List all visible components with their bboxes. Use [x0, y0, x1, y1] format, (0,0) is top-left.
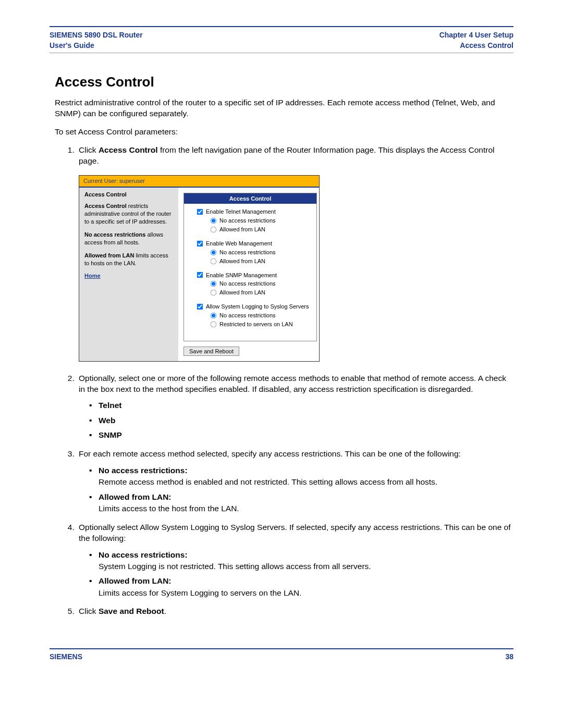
save-and-reboot-button[interactable]: Save and Reboot [183, 347, 239, 356]
page-title: Access Control [50, 74, 513, 90]
footer-page-number: 38 [505, 652, 513, 661]
page-footer: SIEMENS 38 [50, 648, 513, 661]
step-3: For each remote access method selected, … [77, 449, 513, 515]
step-2: Optionally, select one or more of the fo… [77, 373, 513, 441]
current-user-banner: Current User: superuser [79, 176, 319, 188]
enable-snmp-checkbox[interactable] [197, 272, 203, 278]
doc-title-2: User's Guide [50, 41, 143, 51]
snmp-no-restrict-radio[interactable] [211, 281, 217, 287]
sidebar-title: Access Control [84, 191, 173, 199]
syslog-lan-radio[interactable] [211, 321, 217, 327]
web-lan-radio[interactable] [211, 258, 217, 264]
snmp-lan-radio[interactable] [211, 290, 217, 296]
enable-telnet-checkbox[interactable] [197, 209, 203, 215]
home-link[interactable]: Home [84, 273, 101, 279]
web-no-restrict-radio[interactable] [211, 249, 217, 255]
chapter-label: Chapter 4 User Setup [439, 30, 513, 41]
section-label: Access Control [439, 41, 513, 51]
doc-title-1: SIEMENS 5890 DSL Router [50, 30, 143, 41]
group-telnet: Enable Telnet Management No access restr… [197, 208, 312, 233]
allow-syslog-checkbox[interactable] [197, 304, 203, 310]
step-4: Optionally select Allow System Logging t… [77, 522, 513, 599]
page-header: SIEMENS 5890 DSL Router User's Guide Cha… [50, 26, 513, 53]
bullet-web: Web [99, 416, 115, 425]
intro-paragraph: Restrict administrative control of the r… [50, 97, 513, 119]
group-web: Enable Web Management No access restrict… [197, 240, 312, 265]
intro-instruction: To set Access Control parameters: [50, 127, 513, 138]
step-5: Click Save and Reboot. [77, 606, 513, 617]
group-snmp: Enable SNMP Management No access restric… [197, 272, 312, 297]
telnet-no-restrict-radio[interactable] [211, 218, 217, 224]
syslog-no-restrict-radio[interactable] [211, 312, 217, 318]
telnet-lan-radio[interactable] [211, 227, 217, 233]
embedded-router-ui: Current User: superuser Access Control A… [79, 175, 320, 362]
bullet-snmp: SNMP [99, 430, 122, 439]
bullet-telnet: Telnet [99, 401, 122, 410]
sidebar: Access Control Access Control restricts … [79, 188, 178, 361]
panel-title: Access Control [184, 193, 316, 204]
group-syslog: Allow System Logging to Syslog Servers N… [197, 303, 312, 328]
step-1: Click Access Control from the left navig… [77, 145, 513, 362]
footer-brand: SIEMENS [50, 652, 82, 661]
enable-web-checkbox[interactable] [197, 241, 203, 247]
